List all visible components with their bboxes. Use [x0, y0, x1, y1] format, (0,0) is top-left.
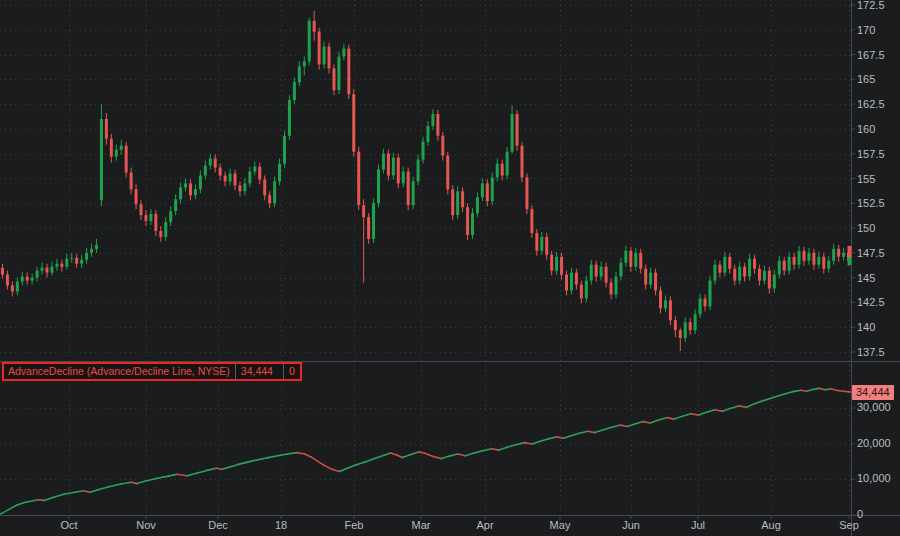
time-tick-label: Jul	[691, 519, 705, 531]
time-tick-label: Nov	[136, 519, 156, 531]
price-tick-label: 157.5	[857, 148, 885, 160]
price-tick-label: 172.5	[857, 0, 885, 11]
price-tick-label: 162.5	[857, 98, 885, 110]
price-tick-label: 152.5	[857, 197, 885, 209]
time-tick-label: Oct	[60, 519, 77, 531]
time-tick-label: May	[550, 519, 571, 531]
last-price-marker	[848, 246, 852, 265]
price-tick-label: 170	[857, 24, 875, 36]
adl-tick-label: 20,000	[857, 437, 891, 449]
price-tick-label: 155	[857, 173, 875, 185]
adl-tick-label: 30,000	[857, 401, 891, 413]
time-tick-label: Jun	[622, 519, 640, 531]
charting-app: 172.5170167.5165162.5160157.5155152.5150…	[0, 0, 900, 536]
price-tick-label: 150	[857, 222, 875, 234]
time-tick-label: Feb	[345, 519, 364, 531]
adl-tick-label: 10,000	[857, 472, 891, 484]
price-tick-label: 137.5	[857, 346, 885, 358]
price-tick-label: 160	[857, 123, 875, 135]
time-tick-label: Apr	[477, 519, 494, 531]
chart-canvas[interactable]: 172.5170167.5165162.5160157.5155152.5150…	[0, 0, 900, 536]
price-tick-label: 167.5	[857, 49, 885, 61]
indicator-title: AdvanceDecline (Advance/Decline Line, NY…	[8, 365, 230, 378]
indicator-label[interactable]: AdvanceDecline (Advance/Decline Line, NY…	[2, 362, 302, 381]
price-tick-label: 140	[857, 321, 875, 333]
time-tick-label: Mar	[412, 519, 431, 531]
indicator-value: 34,444	[235, 364, 278, 379]
adl-last-value-tag: 34,444	[852, 385, 894, 400]
price-tick-label: 142.5	[857, 296, 885, 308]
price-tick-label: 165	[857, 73, 875, 85]
time-tick-label: Aug	[761, 519, 781, 531]
time-tick-label: 18	[275, 519, 287, 531]
time-tick-label: Sep	[839, 519, 859, 531]
price-tick-label: 147.5	[857, 247, 885, 259]
indicator-extra-value: 0	[283, 364, 300, 379]
price-tick-label: 145	[857, 272, 875, 284]
time-tick-label: Dec	[208, 519, 228, 531]
